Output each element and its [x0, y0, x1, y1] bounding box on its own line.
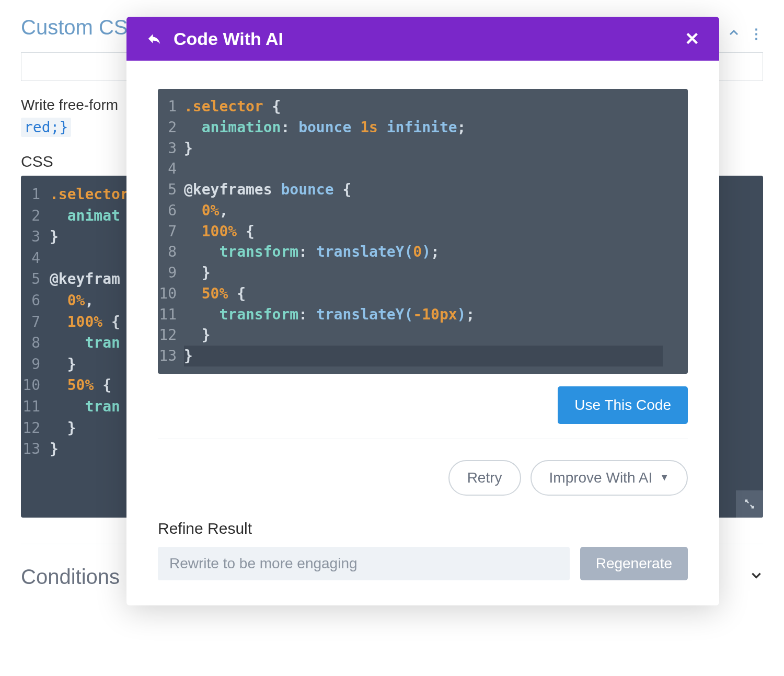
code-line: 13}	[158, 346, 688, 366]
refine-result-label: Refine Result	[158, 520, 688, 537]
line-number: 6	[158, 200, 184, 221]
line-number: 6	[21, 290, 50, 312]
code-content: }	[184, 262, 211, 283]
code-content: @keyfram	[50, 269, 120, 290]
back-arrow-icon[interactable]	[146, 31, 162, 47]
line-number: 9	[21, 354, 50, 375]
code-content: 50% {	[184, 283, 246, 304]
line-number: 12	[158, 325, 184, 346]
code-content: .selector {	[184, 96, 281, 117]
line-number: 4	[21, 248, 50, 269]
improve-with-ai-button[interactable]: Improve With AI ▼	[531, 460, 688, 496]
more-menu-icon[interactable]: ⋮	[750, 26, 763, 42]
code-content: tran	[50, 333, 120, 354]
retry-label: Retry	[467, 469, 502, 486]
line-number: 12	[21, 418, 50, 439]
divider	[158, 439, 688, 439]
line-number: 4	[158, 158, 184, 179]
retry-button[interactable]: Retry	[448, 460, 521, 496]
line-number: 10	[158, 283, 184, 304]
conditions-title: Conditions	[21, 565, 120, 589]
line-number: 7	[21, 312, 50, 333]
code-line: 12 }	[158, 325, 688, 346]
code-with-ai-modal: Code With AI ✕ 1.selector {2 animation: …	[126, 17, 719, 605]
code-line: 8 transform: translateY(0);	[158, 242, 688, 262]
code-content: 0%,	[184, 200, 228, 221]
code-line: 11 transform: translateY(-10px);	[158, 304, 688, 325]
line-number: 13	[21, 439, 50, 460]
code-content: }	[50, 226, 59, 248]
expand-editor-icon[interactable]	[736, 490, 763, 518]
chevron-down-icon[interactable]	[750, 568, 763, 586]
modal-header: Code With AI ✕	[126, 17, 719, 61]
use-this-code-button[interactable]: Use This Code	[558, 386, 688, 424]
line-number: 8	[158, 242, 184, 262]
code-content: }	[50, 354, 76, 375]
modal-title: Code With AI	[174, 29, 283, 49]
line-number: 5	[21, 269, 50, 290]
code-content: animation: bounce 1s infinite;	[184, 117, 466, 138]
code-line: 5@keyframes bounce {	[158, 179, 688, 200]
code-content: 100% {	[184, 221, 255, 242]
code-content: transform: translateY(-10px);	[184, 304, 475, 325]
code-line: 9 }	[158, 262, 688, 283]
code-content: }	[50, 418, 76, 439]
line-number: 1	[21, 184, 50, 205]
line-number: 9	[158, 262, 184, 283]
improve-label: Improve With AI	[549, 469, 653, 486]
code-line: 3}	[158, 138, 688, 159]
generated-code-block[interactable]: 1.selector {2 animation: bounce 1s infin…	[158, 89, 688, 374]
code-content: @keyframes bounce {	[184, 179, 351, 200]
line-number: 2	[158, 117, 184, 138]
code-content: 100% {	[50, 312, 120, 333]
code-content: transform: translateY(0);	[184, 242, 440, 262]
line-number: 1	[158, 96, 184, 117]
regenerate-button[interactable]: Regenerate	[580, 547, 688, 580]
line-number: 8	[21, 333, 50, 354]
code-line: 2 animation: bounce 1s infinite;	[158, 117, 688, 138]
code-content: }	[184, 138, 193, 159]
code-content: 50% {	[50, 375, 111, 396]
code-content: }	[50, 439, 59, 460]
line-number: 10	[21, 375, 50, 396]
line-number: 7	[158, 221, 184, 242]
code-content: }	[184, 325, 211, 346]
line-number: 3	[158, 138, 184, 159]
code-content: .selector	[50, 184, 129, 205]
code-line: 4	[158, 158, 688, 179]
section-title: Custom CSS	[21, 16, 142, 39]
close-icon[interactable]: ✕	[685, 28, 699, 49]
refine-input[interactable]	[158, 547, 570, 580]
line-number: 13	[158, 346, 184, 366]
code-content: }	[184, 346, 193, 366]
code-content: tran	[50, 396, 120, 418]
line-number: 2	[21, 205, 50, 227]
code-line: 6 0%,	[158, 200, 688, 221]
code-line: 7 100% {	[158, 221, 688, 242]
code-line: 1.selector {	[158, 96, 688, 117]
collapse-icon[interactable]	[728, 25, 740, 43]
line-number: 11	[21, 396, 50, 418]
line-number: 11	[158, 304, 184, 325]
code-sample-pill: red;}	[21, 118, 71, 137]
dropdown-caret-icon: ▼	[660, 472, 669, 483]
code-content: animat	[50, 205, 120, 227]
line-number: 5	[158, 179, 184, 200]
code-content: 0%,	[50, 290, 94, 312]
line-number: 3	[21, 226, 50, 248]
code-line: 10 50% {	[158, 283, 688, 304]
